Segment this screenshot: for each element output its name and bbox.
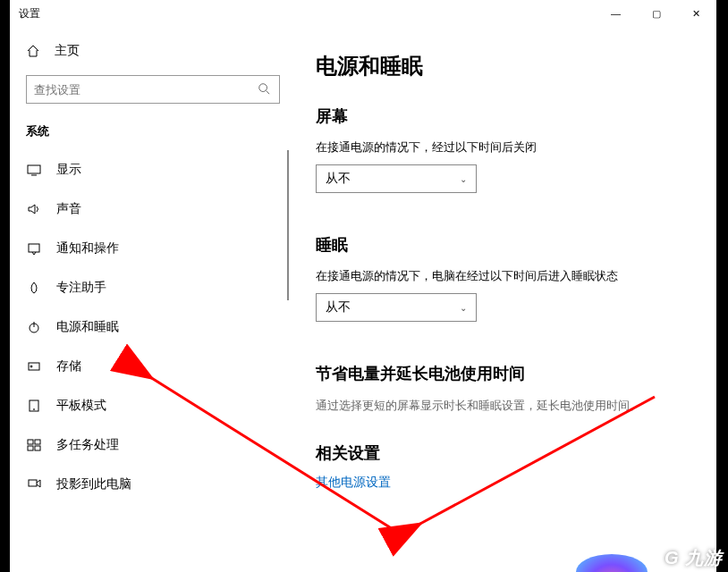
sleep-timeout-select[interactable]: 从不 ⌄ xyxy=(316,293,477,322)
sidebar-item-label: 平板模式 xyxy=(56,398,106,414)
extra-power-settings-link[interactable]: 其他电源设置 xyxy=(316,475,695,491)
screen-section: 屏幕 在接通电源的情况下，经过以下时间后关闭 从不 ⌄ xyxy=(316,105,695,193)
svg-rect-2 xyxy=(29,244,39,252)
window-title: 设置 xyxy=(19,6,40,21)
svg-rect-8 xyxy=(28,440,33,444)
sidebar-item-storage[interactable]: 存储 xyxy=(17,347,294,386)
sidebar-item-label: 通知和操作 xyxy=(56,240,119,257)
svg-rect-10 xyxy=(28,446,33,450)
screen-timeout-value: 从不 xyxy=(326,171,351,187)
chevron-down-icon: ⌄ xyxy=(460,174,467,184)
tablet-icon xyxy=(26,399,42,413)
scrollbar[interactable] xyxy=(287,150,289,300)
sidebar-item-sound[interactable]: 声音 xyxy=(17,189,294,229)
sidebar-item-display[interactable]: 显示 xyxy=(17,150,294,189)
project-icon xyxy=(26,477,42,492)
section-label: 系统 xyxy=(17,111,294,150)
svg-point-5 xyxy=(30,366,32,367)
nav-list: 显示 声音 通知和操作 专注助手 电源和睡眠 xyxy=(17,150,294,572)
sidebar-item-label: 声音 xyxy=(56,201,81,217)
battery-section: 节省电量并延长电池使用时间 通过选择更短的屏幕显示时长和睡眠设置，延长电池使用时… xyxy=(316,363,695,416)
sidebar-item-label: 显示 xyxy=(56,162,81,178)
display-icon xyxy=(26,163,42,177)
maximize-button[interactable]: ▢ xyxy=(636,0,676,27)
body: 主页 系统 显示 声音 xyxy=(10,27,716,572)
related-heading: 相关设置 xyxy=(316,442,695,464)
page-title: 电源和睡眠 xyxy=(316,52,695,80)
battery-heading: 节省电量并延长电池使用时间 xyxy=(316,363,695,384)
search-icon xyxy=(258,82,272,97)
sidebar-item-notifications[interactable]: 通知和操作 xyxy=(17,229,294,268)
home-button[interactable]: 主页 xyxy=(17,34,294,68)
battery-desc: 通过选择更短的屏幕显示时长和睡眠设置，延长电池使用时间。 xyxy=(316,397,695,416)
svg-point-0 xyxy=(259,84,267,92)
sidebar-item-tablet[interactable]: 平板模式 xyxy=(17,386,294,425)
sidebar-item-label: 存储 xyxy=(56,358,81,374)
minimize-button[interactable]: — xyxy=(596,0,636,27)
sidebar-item-power[interactable]: 电源和睡眠 xyxy=(17,307,294,347)
sidebar-item-project[interactable]: 投影到此电脑 xyxy=(17,465,294,504)
sidebar-item-multitask[interactable]: 多任务处理 xyxy=(17,425,294,465)
close-button[interactable]: ✕ xyxy=(676,0,716,27)
window-controls: — ▢ ✕ xyxy=(596,0,716,27)
storage-icon xyxy=(26,359,42,374)
settings-window: 设置 — ▢ ✕ 主页 系统 xyxy=(10,0,716,572)
home-icon xyxy=(26,44,40,58)
power-icon xyxy=(26,320,42,334)
sidebar-item-focus[interactable]: 专注助手 xyxy=(17,268,294,307)
content: 电源和睡眠 屏幕 在接通电源的情况下，经过以下时间后关闭 从不 ⌄ 睡眠 在接通… xyxy=(294,27,716,572)
multitask-icon xyxy=(26,438,42,452)
sleep-timeout-value: 从不 xyxy=(326,299,351,315)
home-label: 主页 xyxy=(55,43,80,59)
svg-rect-9 xyxy=(35,440,40,444)
sidebar-item-label: 投影到此电脑 xyxy=(56,476,131,492)
sleep-section: 睡眠 在接通电源的情况下，电脑在经过以下时间后进入睡眠状态 从不 ⌄ xyxy=(316,234,695,322)
screen-timeout-select[interactable]: 从不 ⌄ xyxy=(316,164,477,193)
svg-rect-11 xyxy=(35,446,40,450)
search-input[interactable] xyxy=(34,83,258,97)
notifications-icon xyxy=(26,241,42,256)
sleep-heading: 睡眠 xyxy=(316,234,695,256)
titlebar: 设置 — ▢ ✕ xyxy=(10,0,716,27)
sidebar-item-label: 专注助手 xyxy=(56,280,106,296)
focus-icon xyxy=(26,281,42,295)
sidebar-item-label: 多任务处理 xyxy=(56,437,119,453)
search-box[interactable] xyxy=(26,75,280,104)
svg-rect-12 xyxy=(29,480,37,486)
chevron-down-icon: ⌄ xyxy=(460,303,467,313)
sidebar-item-label: 电源和睡眠 xyxy=(56,319,119,335)
sidebar: 主页 系统 显示 声音 xyxy=(10,27,294,572)
screen-label: 在接通电源的情况下，经过以下时间后关闭 xyxy=(316,139,695,156)
screen-heading: 屏幕 xyxy=(316,105,695,127)
svg-rect-1 xyxy=(28,165,40,173)
svg-point-7 xyxy=(34,409,35,410)
related-section: 相关设置 其他电源设置 xyxy=(316,442,695,491)
sleep-label: 在接通电源的情况下，电脑在经过以下时间后进入睡眠状态 xyxy=(316,268,695,284)
sound-icon xyxy=(26,202,42,216)
